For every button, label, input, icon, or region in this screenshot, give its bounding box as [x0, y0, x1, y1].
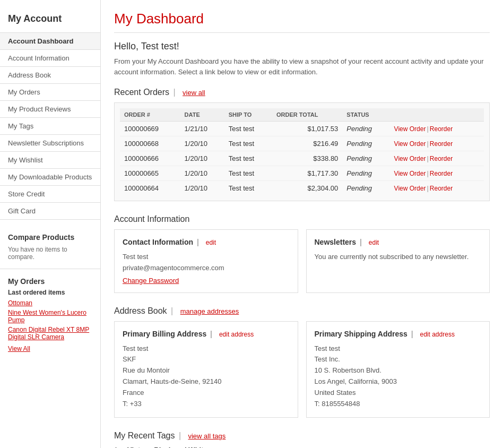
- address-book-header: Address Book | manage addresses: [114, 306, 490, 316]
- address-line: Los Angel, California, 9003: [315, 376, 482, 387]
- address-line: T: +33: [123, 399, 290, 410]
- account-info-header: Account Information: [114, 214, 490, 224]
- view-order-link[interactable]: View Order: [394, 140, 426, 148]
- sidebar-nav-item-my-product-reviews[interactable]: My Product Reviews: [0, 101, 100, 118]
- main-content: My Dashboard Hello, Test test! From your…: [101, 0, 503, 448]
- sidebar-nav-item-account-information[interactable]: Account Information: [0, 50, 100, 67]
- sidebar-title: My Account: [0, 8, 100, 32]
- sidebar-nav-item-newsletter-subscriptions[interactable]: Newsletter Subscriptions: [0, 135, 100, 152]
- orders-table-wrapper: ORDER #DATESHIP TOORDER TOTALSTATUS 1000…: [114, 102, 490, 201]
- orders-col-header: [390, 108, 484, 122]
- address-cols: Primary Billing Address | edit address T…: [114, 321, 490, 418]
- reorder-link[interactable]: Reorder: [430, 185, 453, 192]
- table-row: 1000006681/20/10Test test$216.49PendingV…: [120, 136, 484, 151]
- table-cell: $1,717.30: [272, 166, 342, 181]
- table-cell: 1/20/10: [180, 136, 224, 151]
- contact-edit-link[interactable]: edit: [206, 239, 216, 246]
- newsletters-info-box: Newsletters | edit You are currently not…: [306, 229, 490, 293]
- view-all-tags-link[interactable]: view all tags: [188, 432, 226, 440]
- sidebar-nav-item-my-wishlist[interactable]: My Wishlist: [0, 152, 100, 169]
- compare-products-section: Compare Products You have no items to co…: [0, 225, 100, 269]
- table-cell: Pending: [342, 122, 389, 136]
- recent-tags-section: My Recent Tags | view all tags 1Vintage …: [114, 431, 490, 448]
- billing-edit-link[interactable]: edit address: [219, 331, 254, 338]
- table-cell: Test test: [224, 166, 272, 181]
- contact-name: Test test: [123, 252, 290, 263]
- shipping-address-box: Primary Shipping Address | edit address …: [306, 321, 490, 418]
- table-cell: 1/20/10: [180, 166, 224, 181]
- sidebar-nav-item-my-orders[interactable]: My Orders: [0, 84, 100, 101]
- table-cell: 1/20/10: [180, 181, 224, 196]
- manage-addresses-link[interactable]: manage addresses: [180, 307, 239, 315]
- sidebar-view-all-link[interactable]: View All: [8, 345, 92, 352]
- welcome-section: Hello, Test test! From your My Account D…: [114, 41, 490, 77]
- table-actions-cell: View Order|Reorder: [390, 166, 484, 181]
- compare-products-title: Compare Products: [8, 233, 92, 242]
- table-cell: $2,304.00: [272, 181, 342, 196]
- reorder-link[interactable]: Reorder: [430, 125, 453, 133]
- address-line: Clamart, Hauts-de-Seine, 92140: [123, 376, 290, 387]
- sidebar: My Account Account DashboardAccount Info…: [0, 0, 101, 448]
- table-actions-cell: View Order|Reorder: [390, 151, 484, 166]
- contact-info-box: Contact Information | edit Test test pri…: [114, 229, 298, 293]
- table-cell: Pending: [342, 151, 389, 166]
- table-row: 1000006641/20/10Test test$2,304.00Pendin…: [120, 181, 484, 196]
- recent-orders-view-all-link[interactable]: view all: [183, 89, 205, 97]
- view-order-link[interactable]: View Order: [394, 185, 426, 192]
- table-cell: Pending: [342, 181, 389, 196]
- sidebar-nav-item-address-book[interactable]: Address Book: [0, 67, 100, 84]
- table-cell: 1/21/10: [180, 122, 224, 136]
- sidebar-orders-title: My Orders: [8, 277, 92, 286]
- shipping-address-title: Primary Shipping Address | edit address: [315, 330, 482, 338]
- table-cell: $338.80: [272, 151, 342, 166]
- address-line: United States: [315, 387, 482, 399]
- newsletters-text: You are currently not subscribed to any …: [315, 252, 482, 263]
- recent-orders-section: Recent Orders | view all ORDER #DATESHIP…: [114, 88, 490, 201]
- table-row: 1000006651/20/10Test test$1,717.30Pendin…: [120, 166, 484, 181]
- address-line: Test test: [315, 343, 482, 355]
- compare-products-text: You have no items to compare.: [8, 246, 92, 261]
- orders-col-header: ORDER TOTAL: [272, 108, 342, 122]
- view-order-link[interactable]: View Order: [394, 125, 426, 133]
- table-cell: Test test: [224, 136, 272, 151]
- billing-address-lines: Test testSKFRue du MontoirClamart, Hauts…: [123, 343, 290, 410]
- sidebar-nav-item-gift-card[interactable]: Gift Card: [0, 203, 100, 220]
- sidebar-nav-item-my-downloadable-products[interactable]: My Downloadable Products: [0, 169, 100, 186]
- table-cell: 100000668: [120, 136, 180, 151]
- contact-info-title: Contact Information | edit: [123, 238, 290, 246]
- table-actions-cell: View Order|Reorder: [390, 181, 484, 196]
- address-line: Rue du Montoir: [123, 365, 290, 376]
- welcome-desc: From your My Account Dashboard you have …: [114, 56, 490, 77]
- reorder-link[interactable]: Reorder: [430, 170, 453, 177]
- orders-col-header: DATE: [180, 108, 224, 122]
- sidebar-order-item[interactable]: Nine West Women's Lucero Pump: [8, 309, 92, 324]
- sidebar-order-item[interactable]: Ottoman: [8, 299, 92, 307]
- recent-orders-title: Recent Orders: [114, 88, 169, 97]
- orders-col-header: SHIP TO: [224, 108, 272, 122]
- orders-table-body: 1000006691/21/10Test test$1,017.53Pendin…: [120, 122, 484, 196]
- sidebar-nav-item-store-credit[interactable]: Store Credit: [0, 186, 100, 203]
- sidebar-nav-item-account-dashboard[interactable]: Account Dashboard: [0, 33, 100, 50]
- reorder-link[interactable]: Reorder: [430, 140, 453, 148]
- table-actions-cell: View Order|Reorder: [390, 136, 484, 151]
- reorder-link[interactable]: Reorder: [430, 155, 453, 162]
- change-password-link[interactable]: Change Password: [123, 277, 179, 285]
- table-cell: Pending: [342, 166, 389, 181]
- view-order-link[interactable]: View Order: [394, 155, 426, 162]
- sidebar-nav-item-my-tags[interactable]: My Tags: [0, 118, 100, 135]
- tags-list: 1Vintage Black and WhiteTags: black, and…: [114, 446, 490, 448]
- orders-col-header: STATUS: [342, 108, 389, 122]
- table-cell: $216.49: [272, 136, 342, 151]
- recent-tags-header: My Recent Tags | view all tags: [114, 431, 490, 441]
- sidebar-order-item[interactable]: Canon Digital Rebel XT 8MP Digital SLR C…: [8, 326, 92, 341]
- newsletters-edit-link[interactable]: edit: [369, 239, 379, 246]
- tag-num: 1: [114, 446, 122, 448]
- table-actions-cell: View Order|Reorder: [390, 122, 484, 136]
- table-cell: 1/20/10: [180, 151, 224, 166]
- welcome-text: Hello, Test test!: [114, 41, 490, 52]
- address-book-section: Address Book | manage addresses Primary …: [114, 306, 490, 418]
- view-order-link[interactable]: View Order: [394, 170, 426, 177]
- shipping-edit-link[interactable]: edit address: [420, 331, 455, 338]
- tag-name[interactable]: Vintage Black and White: [127, 446, 217, 448]
- address-line: France: [123, 387, 290, 399]
